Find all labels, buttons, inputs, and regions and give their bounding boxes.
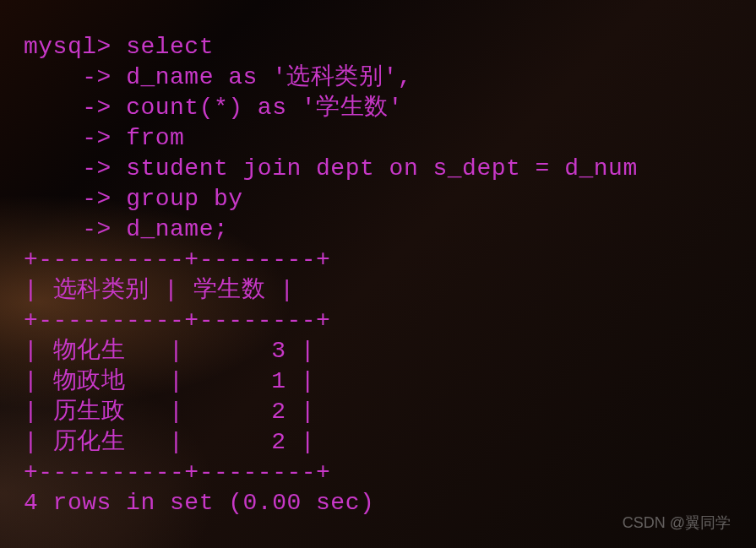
table-border-bottom: +----------+--------+ (24, 458, 756, 488)
continuation-arrow: -> (24, 216, 126, 242)
query-line: mysql> select (24, 32, 756, 62)
query-line: -> group by (24, 184, 756, 214)
continuation-arrow: -> (24, 155, 126, 182)
table-border-mid: +----------+--------+ (24, 306, 756, 336)
table-row: | 历化生 | 2 | (24, 427, 756, 458)
continuation-arrow: -> (24, 95, 126, 121)
continuation-arrow: -> (24, 64, 126, 90)
table-row: | 物政地 | 1 | (24, 366, 756, 397)
mysql-prompt: mysql> (24, 34, 126, 60)
query-line: -> d_name; (24, 214, 756, 245)
query-line: -> from (24, 123, 756, 154)
query-line: -> count(*) as '学生数' (24, 93, 756, 123)
terminal-output: mysql> select -> d_name as '选科类别', -> co… (24, 32, 756, 518)
query-line: -> student join dept on s_dept = d_num (24, 154, 756, 184)
watermark: CSDN @翼同学 (623, 513, 731, 533)
table-border-top: +----------+--------+ (24, 245, 756, 275)
table-row: | 历生政 | 2 | (24, 397, 756, 427)
query-line: -> d_name as '选科类别', (24, 62, 756, 93)
table-header: | 选科类别 | 学生数 | (24, 275, 756, 306)
continuation-arrow: -> (24, 186, 126, 212)
continuation-arrow: -> (24, 125, 126, 151)
table-row: | 物化生 | 3 | (24, 336, 756, 366)
